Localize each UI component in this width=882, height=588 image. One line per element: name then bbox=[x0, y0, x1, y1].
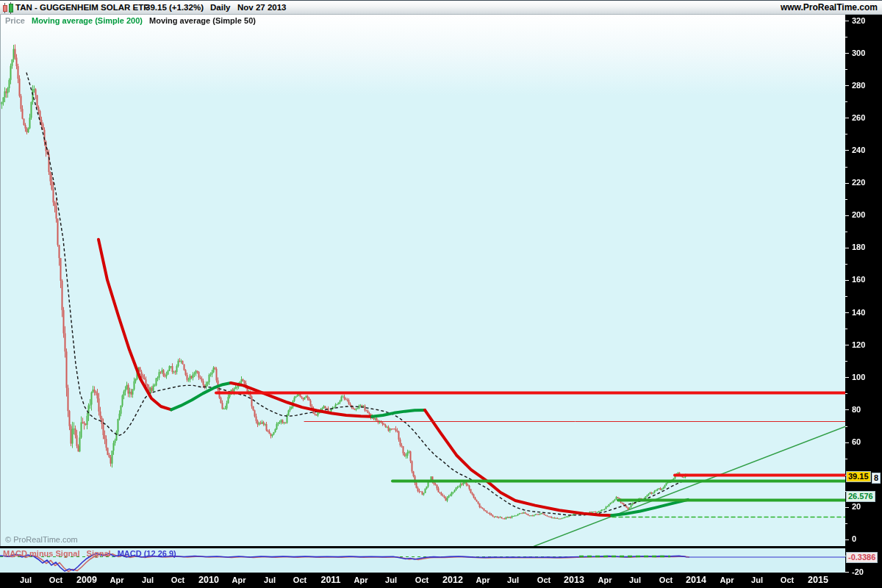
x-axis-label: Oct bbox=[49, 576, 62, 584]
price-axis-label: 240 bbox=[852, 146, 865, 154]
price-axis-tick bbox=[845, 199, 847, 200]
legend-price[interactable]: Price bbox=[5, 16, 25, 25]
price-axis-tick bbox=[845, 361, 847, 362]
price-axis-label: 0 bbox=[852, 534, 856, 543]
x-axis-label: Oct bbox=[415, 576, 429, 584]
symbol-title: TAN - GUGGENHEIM SOLAR ETF bbox=[15, 3, 148, 12]
price-axis-label: 60 bbox=[852, 437, 861, 446]
price-chart-area[interactable]: Price Moving average (Simple 200) Moving… bbox=[0, 15, 845, 546]
time-axis[interactable]: JulOct2009AprJulOct2010AprJulOct2011AprJ… bbox=[0, 573, 882, 588]
x-axis-label: Apr bbox=[598, 576, 612, 584]
x-axis-label: Oct bbox=[171, 576, 184, 584]
price-axis-tick bbox=[845, 232, 847, 232]
price-axis-tick bbox=[845, 409, 849, 410]
price-axis-tick bbox=[845, 248, 849, 248]
prorealtime-website-link[interactable]: www.ProRealTime.com bbox=[781, 2, 878, 12]
price-axis-tick bbox=[845, 101, 847, 102]
price-axis-tick bbox=[845, 134, 847, 135]
indicator-legend: Price Moving average (Simple 200) Moving… bbox=[5, 16, 256, 25]
x-axis-label: Jul bbox=[385, 576, 397, 584]
title-bar: TAN - GUGGENHEIM SOLAR ETF 39.15 (+1.32%… bbox=[0, 0, 882, 15]
x-axis-label: Apr bbox=[354, 576, 368, 584]
price-axis-tick bbox=[845, 572, 849, 573]
last-price-tag: 39.15 bbox=[846, 471, 871, 482]
macd-canvas[interactable] bbox=[0, 548, 845, 573]
price-axis-tick bbox=[845, 296, 847, 297]
price-axis-tick bbox=[845, 118, 849, 118]
x-axis-label: Jul bbox=[142, 576, 154, 584]
x-axis-label: 2013 bbox=[564, 575, 584, 585]
legend-ma200[interactable]: Moving average (Simple 200) bbox=[32, 16, 143, 25]
price-axis-label: 80 bbox=[852, 405, 861, 414]
macd-panel[interactable]: MACD minus Signal Signal MACD (12 26 9) bbox=[0, 548, 845, 573]
price-axis-tick bbox=[845, 459, 847, 459]
main-chart-canvas[interactable] bbox=[1, 15, 846, 546]
price-axis-label: 100 bbox=[852, 373, 865, 381]
x-axis-label: 2010 bbox=[198, 575, 219, 585]
ma200-value-tag: 26.576 bbox=[846, 491, 875, 502]
macd-value-tag: -0.3386 bbox=[846, 552, 878, 563]
x-axis-label: Apr bbox=[720, 576, 734, 584]
price-axis-tick bbox=[845, 393, 847, 394]
x-axis-label: Apr bbox=[476, 576, 490, 584]
price-axis-label: 120 bbox=[852, 340, 865, 349]
price-axis-tick bbox=[845, 539, 849, 540]
price-axis-tick bbox=[845, 69, 847, 70]
price-axis-tick bbox=[845, 280, 849, 281]
x-axis-label: Apr bbox=[110, 576, 124, 584]
x-axis-label: 2012 bbox=[442, 575, 463, 585]
x-axis-label: 2014 bbox=[686, 575, 706, 585]
price-axis-tick bbox=[845, 377, 849, 378]
price-axis-label: 320 bbox=[852, 16, 865, 25]
legend-ma50[interactable]: Moving average (Simple 50) bbox=[149, 16, 256, 25]
price-axis-tick bbox=[845, 329, 847, 329]
price-axis-tick bbox=[845, 183, 849, 184]
price-axis-tick bbox=[845, 150, 849, 151]
price-axis-tick bbox=[845, 53, 849, 54]
x-axis-label: Jul bbox=[20, 576, 32, 584]
prorealtime-chart-window: TAN - GUGGENHEIM SOLAR ETF 39.15 (+1.32%… bbox=[0, 0, 882, 588]
prorealtime-watermark: © ProRealTime.com bbox=[5, 535, 78, 544]
price-axis-tick bbox=[845, 426, 847, 427]
timeframe-label: Daily bbox=[210, 3, 231, 12]
x-axis-label: Apr bbox=[232, 576, 246, 584]
price-axis-label: 20 bbox=[852, 502, 861, 511]
price-axis-tick bbox=[845, 345, 849, 345]
price-axis-tick bbox=[845, 167, 847, 168]
candlestick-icon bbox=[3, 2, 13, 14]
x-axis-label: Jul bbox=[629, 576, 641, 584]
price-axis-tick bbox=[845, 507, 849, 508]
price-axis-label: 140 bbox=[852, 308, 865, 317]
price-axis-label: 180 bbox=[852, 243, 865, 251]
price-axis-tick bbox=[845, 523, 847, 524]
x-axis-label: Oct bbox=[659, 576, 673, 584]
x-axis-label: Oct bbox=[537, 576, 551, 584]
last-quote: 39.15 (+1.32%) bbox=[146, 3, 204, 12]
price-axis-tick bbox=[845, 264, 847, 265]
price-axis-tick bbox=[845, 37, 847, 37]
price-axis-label: 160 bbox=[852, 275, 865, 284]
price-axis-tick bbox=[845, 312, 849, 313]
price-axis-tick bbox=[845, 85, 849, 86]
price-axis-tick bbox=[845, 21, 849, 21]
date-label: Nov 27 2013 bbox=[237, 3, 287, 12]
price-axis-label: 260 bbox=[852, 113, 865, 122]
x-axis-label: Oct bbox=[781, 576, 794, 584]
price-axis-tick bbox=[845, 442, 849, 443]
price-axis-label: 280 bbox=[852, 81, 865, 90]
price-axis-label: -20 bbox=[852, 567, 864, 576]
x-axis-label: 2009 bbox=[76, 575, 97, 585]
x-axis-label: Jul bbox=[264, 576, 276, 584]
x-axis-label: 2015 bbox=[808, 575, 828, 585]
price-axis-tick bbox=[845, 215, 849, 216]
price-axis[interactable]: 8 39.15 26.576 -0.3386 32030028026024022… bbox=[845, 15, 882, 573]
price-axis-label: 300 bbox=[852, 49, 865, 57]
price-axis-label: 200 bbox=[852, 210, 865, 219]
price-axis-label: 220 bbox=[852, 178, 865, 187]
x-axis-label: Jul bbox=[751, 576, 763, 584]
x-axis-label: Oct bbox=[293, 576, 306, 584]
x-axis-label: 2011 bbox=[320, 575, 340, 585]
x-axis-label: Jul bbox=[507, 576, 519, 584]
ma50-value-tag: 8 bbox=[872, 473, 881, 484]
